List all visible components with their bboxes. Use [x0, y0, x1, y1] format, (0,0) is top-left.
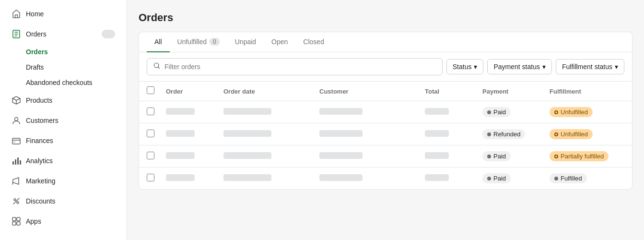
marketing-icon — [12, 176, 21, 186]
table-header: Order Order date Customer Total Payment … — [139, 82, 632, 101]
svg-point-9 — [17, 202, 19, 204]
sidebar-item-analytics[interactable]: Analytics — [4, 151, 123, 170]
row-fulfillment: Unfulfilled — [550, 129, 644, 139]
fulfillment-label: Partially fulfilled — [561, 153, 604, 160]
sidebar-subitem-drafts-label: Drafts — [26, 63, 44, 71]
row-order — [166, 130, 223, 139]
sidebar-item-orders-label: Orders — [26, 30, 47, 38]
apps-icon — [12, 216, 21, 226]
tab-open[interactable]: Open — [264, 32, 295, 52]
row-fulfillment: Unfulfilled — [550, 107, 644, 117]
fulfillment-status-chevron-icon: ▾ — [615, 63, 618, 71]
sidebar-item-products-label: Products — [26, 96, 52, 104]
select-all-checkbox[interactable] — [147, 86, 154, 94]
orders-card: All Unfulfilled 0 Unpaid Open Closed — [139, 32, 632, 190]
svg-rect-11 — [17, 217, 20, 221]
sidebar-item-marketing[interactable]: Marketing — [4, 171, 123, 191]
row-checkbox[interactable] — [147, 130, 154, 137]
row-checkbox-cell[interactable] — [147, 174, 166, 183]
finances-icon — [12, 136, 21, 145]
svg-rect-5 — [15, 159, 16, 165]
sidebar-item-finances[interactable]: Finances — [4, 131, 123, 150]
fulfillment-dot — [554, 155, 558, 158]
payment-dot — [487, 155, 491, 158]
search-input[interactable] — [164, 63, 436, 71]
payment-status-chevron-icon: ▾ — [542, 63, 546, 71]
payment-badge: Paid — [482, 107, 511, 117]
payment-label: Paid — [493, 153, 506, 160]
orders-tabs: All Unfulfilled 0 Unpaid Open Closed — [139, 32, 632, 52]
sidebar-item-apps[interactable]: Apps — [4, 212, 123, 231]
row-checkbox-cell[interactable] — [147, 108, 166, 117]
svg-point-8 — [14, 199, 16, 201]
header-fulfillment: Fulfillment — [550, 88, 644, 95]
status-chevron-icon: ▾ — [474, 63, 477, 71]
svg-rect-7 — [20, 160, 21, 165]
orders-icon — [12, 29, 21, 39]
table-row[interactable]: Paid Unfulfilled — [139, 101, 632, 123]
main-content: Orders All Unfulfilled 0 Unpaid Open Clo… — [127, 0, 644, 240]
header-customer: Customer — [319, 88, 425, 95]
payment-label: Paid — [493, 108, 506, 116]
sidebar-item-orders[interactable]: Orders — [4, 24, 123, 44]
sidebar-item-customers[interactable]: Customers — [4, 111, 123, 130]
sidebar-item-home[interactable]: Home — [4, 4, 123, 24]
row-checkbox[interactable] — [147, 174, 154, 181]
table-row[interactable]: Refunded Unfulfilled — [139, 123, 632, 145]
search-box[interactable] — [147, 58, 443, 75]
svg-rect-12 — [12, 222, 16, 225]
sidebar-subitem-orders[interactable]: Orders — [4, 45, 123, 59]
status-filter-button[interactable]: Status ▾ — [446, 59, 484, 74]
row-total — [425, 108, 482, 117]
tab-unpaid[interactable]: Unpaid — [227, 32, 264, 52]
sidebar: Home Orders Orders Drafts Abandoned chec… — [0, 0, 127, 240]
orders-badge — [102, 30, 115, 38]
payment-badge: Paid — [482, 151, 511, 161]
table-row[interactable]: Paid Partially fulfilled — [139, 145, 632, 168]
svg-rect-4 — [12, 161, 14, 165]
row-checkbox[interactable] — [147, 108, 154, 115]
sidebar-item-discounts-label: Discounts — [26, 197, 55, 205]
fulfillment-label: Unfulfilled — [561, 131, 588, 138]
tab-closed[interactable]: Closed — [295, 32, 332, 52]
row-total — [425, 152, 482, 161]
search-icon — [153, 62, 161, 72]
payment-status-filter-label: Payment status — [493, 63, 540, 71]
table-row[interactable]: Paid Fulfilled — [139, 168, 632, 189]
select-all-checkbox-cell[interactable] — [147, 86, 166, 96]
fulfillment-dot — [554, 110, 558, 114]
sidebar-item-customers-label: Customers — [26, 117, 59, 124]
row-date — [223, 108, 319, 117]
fulfillment-status-filter-label: Fulfillment status — [562, 63, 612, 71]
sidebar-subitem-drafts[interactable]: Drafts — [4, 60, 123, 74]
fulfillment-badge: Fulfilled — [550, 173, 587, 183]
sidebar-item-home-label: Home — [26, 10, 44, 18]
row-date — [223, 174, 319, 183]
row-payment: Paid — [482, 151, 550, 161]
svg-rect-13 — [17, 222, 20, 225]
row-payment: Paid — [482, 173, 550, 183]
row-checkbox-cell[interactable] — [147, 130, 166, 139]
fulfillment-badge: Unfulfilled — [550, 107, 593, 117]
sidebar-subitem-abandoned[interactable]: Abandoned checkouts — [4, 75, 123, 90]
fulfillment-status-filter-button[interactable]: Fulfillment status ▾ — [556, 59, 624, 74]
payment-status-filter-button[interactable]: Payment status ▾ — [487, 59, 552, 74]
customers-icon — [12, 116, 21, 125]
payment-dot — [487, 110, 491, 114]
fulfillment-label: Unfulfilled — [561, 108, 588, 116]
sidebar-item-discounts[interactable]: Discounts — [4, 192, 123, 211]
header-order-date: Order date — [223, 88, 319, 95]
sidebar-item-products[interactable]: Products — [4, 91, 123, 110]
fulfillment-badge: Unfulfilled — [550, 129, 593, 139]
row-checkbox[interactable] — [147, 152, 154, 159]
tab-all[interactable]: All — [147, 32, 170, 52]
sidebar-item-finances-label: Finances — [26, 137, 53, 144]
payment-badge: Paid — [482, 173, 511, 183]
payment-badge: Refunded — [482, 129, 525, 139]
row-payment: Paid — [482, 107, 550, 117]
status-filter-label: Status — [453, 63, 472, 71]
row-order — [166, 108, 223, 117]
tab-unfulfilled[interactable]: Unfulfilled 0 — [170, 32, 227, 52]
row-checkbox-cell[interactable] — [147, 152, 166, 161]
header-payment: Payment — [482, 88, 550, 95]
